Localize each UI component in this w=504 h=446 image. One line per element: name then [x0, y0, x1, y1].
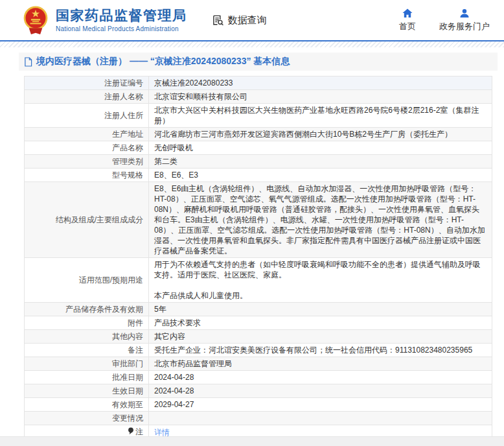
row-value: 受托生产企业：河北谊安奥美医疗设备有限公司；统一社会信用代码：911310823… — [149, 344, 492, 357]
footer-strip — [0, 436, 504, 446]
table-row: 变更情况 — [25, 412, 492, 425]
table-row: 注册人名称北京谊安和顺科技有限公司 — [25, 90, 492, 104]
detail-link[interactable]: 详情 — [154, 428, 170, 437]
row-label: 其他内容 — [25, 330, 149, 344]
header-separator-hatch — [0, 41, 504, 47]
row-label: 适用范围/预期用途 — [25, 258, 149, 303]
row-value: 河北省廊坊市三河市燕郊开发区迎宾路西侧潮白大街10号B栋2号生产厂房（委托生产） — [149, 128, 492, 141]
row-label: 有效期至 — [25, 398, 149, 412]
row-value: 5年 — [149, 303, 492, 316]
page-title-bar: 境内医疗器械（注册） —— “京械注准20242080233” 基本信息 — [19, 53, 498, 71]
table-row: 结构及组成/主要组成成分E8、E6由主机（含涡轮组件）、电源线、自动加水加湿器、… — [25, 182, 492, 258]
table-row: 适用范围/预期用途用于为不依赖通气支持的患者（如中轻度呼吸衰竭和呼吸功能不全的患… — [25, 258, 492, 303]
row-label: 变更情况 — [25, 412, 149, 425]
row-value: 2029-04-27 — [149, 398, 492, 412]
row-value: E8、E6由主机（含涡轮组件）、电源线、自动加水加湿器、一次性使用加热呼吸管路（… — [149, 182, 492, 258]
site-title: 国家药品监督管理局 — [56, 8, 187, 23]
row-label: 附件 — [25, 316, 149, 330]
site-subtitle: National Medical Products Administration — [56, 25, 187, 32]
row-label: 生产地址 — [25, 128, 149, 141]
data-query-button[interactable]: 数据查询 — [212, 14, 267, 27]
table-row: 批准日期2024-04-28 — [25, 371, 492, 384]
row-label: 审批部门 — [25, 357, 149, 371]
table-row: 型号规格E8、E6、E3 — [25, 169, 492, 182]
row-label: 产品储存条件及有效期 — [25, 303, 149, 316]
home-icon — [402, 8, 413, 18]
row-value: 用于为不依赖通气支持的患者（如中轻度呼吸衰竭和呼吸功能不全的患者）提供通气辅助及… — [149, 258, 492, 303]
row-value: E8、E6、E3 — [149, 169, 492, 182]
row-label: 管理类别 — [25, 155, 149, 169]
table-row: 注册证编号京械注准20242080233 — [25, 76, 492, 90]
site-header: 国家药品监督管理局 National Medical Products Admi… — [0, 0, 504, 40]
table-row: 审批部门北京市药品监督管理局 — [25, 357, 492, 371]
row-label: 备注 — [25, 344, 149, 357]
nav-item-portal[interactable]: 政务服务门户 — [439, 8, 490, 32]
table-row: 生产地址河北省廊坊市三河市燕郊开发区迎宾路西侧潮白大街10号B栋2号生产厂房（委… — [25, 128, 492, 141]
info-table-body: 注册证编号京械注准20242080233注册人名称北京谊安和顺科技有限公司注册人… — [25, 76, 492, 440]
row-value: 2024-04-28 — [149, 371, 492, 384]
row-value — [149, 412, 492, 425]
table-row: 附件产品技术要求 — [25, 316, 492, 330]
row-value: 京械注准20242080233 — [149, 76, 492, 90]
row-label: 结构及组成/主要组成成分 — [25, 182, 149, 258]
header-nav: 首页 政务服务门户 — [399, 8, 494, 32]
info-table-wrap: 注册证编号京械注准20242080233注册人名称北京谊安和顺科技有限公司注册人… — [24, 76, 492, 440]
page-title: 境内医疗器械（注册） —— “京械注准20242080233” 基本信息 — [36, 56, 290, 67]
document-icon — [24, 57, 32, 67]
table-row: 管理类别第二类 — [25, 155, 492, 169]
site-logo[interactable]: 国家药品监督管理局 National Medical Products Admi… — [22, 5, 187, 36]
table-row: 有效期至2029-04-27 — [25, 398, 492, 412]
row-value: 其它内容 — [149, 330, 492, 344]
nav-item-home[interactable]: 首页 — [399, 8, 416, 32]
table-row: 产品名称无创呼吸机 — [25, 141, 492, 155]
nav-home-label: 首页 — [399, 21, 416, 32]
user-icon — [459, 8, 470, 18]
table-row: 生效日期2024-04-28 — [25, 384, 492, 398]
table-row: 备注受托生产企业：河北谊安奥美医疗设备有限公司；统一社会信用代码：9113108… — [25, 344, 492, 357]
row-label: 注册人名称 — [25, 90, 149, 104]
nav-portal-label: 政务服务门户 — [439, 21, 490, 32]
row-label: 型号规格 — [25, 169, 149, 182]
row-value: 无创呼吸机 — [149, 141, 492, 155]
row-value: 2024-04-28 — [149, 384, 492, 398]
row-value: 北京市大兴区中关村科技园区大兴生物医药产业基地永旺西路26号院6号楼2层216-… — [149, 104, 492, 128]
row-label: 生效日期 — [25, 384, 149, 398]
row-value: 产品技术要求 — [149, 316, 492, 330]
china-national-emblem-icon — [22, 5, 49, 36]
table-row: 产品储存条件及有效期5年 — [25, 303, 492, 316]
main-content: 境内医疗器械（注册） —— “京械注准20242080233” 基本信息 注册证… — [19, 53, 498, 440]
data-query-label: 数据查询 — [228, 14, 267, 27]
row-value: 北京谊安和顺科技有限公司 — [149, 90, 492, 104]
table-row: 其他内容其它内容 — [25, 330, 492, 344]
table-row: 注册人住所北京市大兴区中关村科技园区大兴生物医药产业基地永旺西路26号院6号楼2… — [25, 104, 492, 128]
row-label: 产品名称 — [25, 141, 149, 155]
row-value: 第二类 — [149, 155, 492, 169]
row-label: 批准日期 — [25, 371, 149, 384]
row-label: 注册人住所 — [25, 104, 149, 128]
site-title-block: 国家药品监督管理局 National Medical Products Admi… — [56, 8, 187, 32]
row-value: 北京市药品监督管理局 — [149, 357, 492, 371]
row-label: 注册证编号 — [25, 76, 149, 90]
registration-info-table: 注册证编号京械注准20242080233注册人名称北京谊安和顺科技有限公司注册人… — [24, 76, 492, 440]
document-search-icon — [212, 14, 224, 27]
